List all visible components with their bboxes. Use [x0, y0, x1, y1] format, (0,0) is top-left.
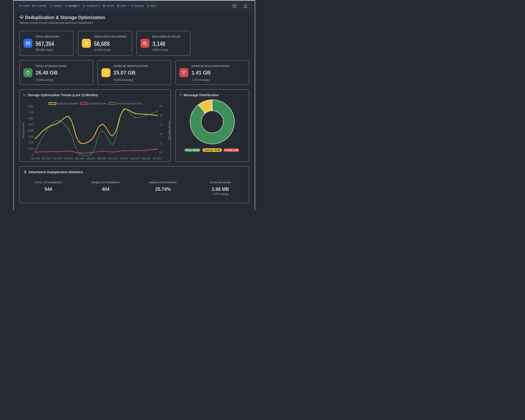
- nav-item-label-box: analytics: [54, 4, 62, 8]
- attachment-stat-value-text: 404: [102, 186, 110, 192]
- globe-icon: [103, 4, 106, 7]
- svg-text:Oct 2025: Oct 2025: [153, 157, 161, 160]
- svg-text:3.0: 3.0: [159, 114, 162, 117]
- distribution-badge-duplicates: Duplicates: 58,688: [203, 148, 222, 152]
- legend-swatch: [109, 102, 116, 105]
- people-icon: [117, 4, 120, 8]
- badge-text: Duplicates: 58,688: [204, 149, 220, 151]
- top-navbar: health accounting analytics storage comp…: [16, 1, 253, 11]
- stat-card-total-storage-saved: TOTAL STORAGE SAVED 26.48 GB 10.59% savi…: [19, 60, 93, 85]
- stat-value-text: 26.48 GB: [36, 69, 57, 76]
- nav-item-label-box: compliance: [86, 4, 98, 8]
- nav-item-label: accounting: [36, 4, 47, 8]
- logout-button[interactable]: [243, 1, 248, 11]
- svg-text:Apr 2025: Apr 2025: [86, 157, 95, 160]
- nav-item-compliance[interactable]: compliance: [82, 1, 101, 11]
- attachment-stat-value: 2.68 MB: [192, 186, 249, 192]
- stat-sub-text: 10.59% savings: [36, 78, 54, 82]
- attachment-stat-label: DEDUPLICATION RATE: [134, 181, 192, 184]
- attachment-stats-card: Attachment Deduplication Statistics TOTA…: [19, 166, 249, 203]
- nav-item-label: analytics: [54, 4, 62, 8]
- arrow-repeat-icon: [101, 68, 110, 77]
- attachment-stat-value-text: 2.68 MB: [212, 186, 229, 192]
- funnel-icon: [179, 68, 188, 77]
- svg-text:2.0: 2.0: [159, 132, 162, 135]
- stat-value: 567,354: [36, 40, 59, 48]
- stat-sub: 58,688 messages: [113, 78, 137, 82]
- door-open-icon: [243, 3, 248, 8]
- stat-sub-text: 10.34% of total: [94, 48, 111, 52]
- nav-item-label-box: branding: [135, 4, 143, 8]
- journal-text-icon: [147, 5, 149, 7]
- nav-item-users[interactable]: users: [117, 1, 129, 11]
- svg-text:3,000: 3,000: [28, 135, 33, 138]
- window-frame-left: [13, 0, 14, 210]
- heart-pulse-icon: [19, 4, 22, 7]
- svg-text:Aug 2025: Aug 2025: [130, 157, 140, 160]
- stat-value: 26.48 GB: [36, 69, 58, 76]
- nav-item-label: health: [23, 4, 29, 8]
- trends-chart-card: Storage Optimization Trends (Last 12 Mon…: [19, 90, 171, 162]
- stat-sub: 0.55% of total: [152, 48, 170, 52]
- svg-text:Jun 2025: Jun 2025: [108, 157, 117, 160]
- attachment-card-title-text: Attachment Deduplication Statistics: [28, 170, 83, 174]
- trends-line-chart[interactable]: 01,0002,0003,0004,0005,0006,0007,0008,00…: [19, 90, 171, 162]
- stat-card-saved-by-deduplication: SAVED BY DEDUPLICATION 25.07 GB 58,688 m…: [98, 60, 171, 85]
- copy-icon: [82, 39, 91, 48]
- nav-item-label-box: users: [121, 4, 126, 8]
- nav-item-accounting[interactable]: accounting: [32, 1, 47, 11]
- svg-text:6,000: 6,000: [28, 117, 33, 120]
- stat-value-text: 25.07 GB: [113, 69, 135, 76]
- attachment-stat-value: 404: [77, 186, 134, 192]
- stat-value-text: 1.41 GB: [191, 69, 211, 76]
- nav-item-policy[interactable]: policy: [147, 1, 156, 11]
- stat-sub: 10.59% savings: [36, 78, 56, 82]
- legend-label: Excluded by Rules: [89, 102, 112, 105]
- legend-label: Duplicates Discarded: [57, 102, 84, 105]
- svg-text:Nov 2024: Nov 2024: [31, 157, 40, 160]
- settings-button[interactable]: [232, 1, 237, 11]
- page-title-text: Deduplication & Storage Optimization: [25, 14, 105, 21]
- nav-item-health[interactable]: health: [19, 1, 29, 11]
- stat-sub-text: 508,666 unique: [36, 48, 53, 52]
- svg-text:Feb 2025: Feb 2025: [64, 157, 73, 160]
- badge-text: Excluded: 3,146: [224, 149, 238, 151]
- caret-down-icon: [99, 6, 101, 7]
- nav-item-label: policy: [150, 4, 156, 8]
- svg-text:1.0: 1.0: [159, 151, 162, 154]
- stat-label: SAVED BY DEDUPLICATION: [113, 65, 148, 68]
- nav-item-label-box: storage: [69, 4, 77, 8]
- stat-value: 1.41 GB: [191, 69, 211, 76]
- nav-item-label-box: accounting: [36, 4, 47, 8]
- stat-sub-text: 58,688 messages: [113, 78, 133, 82]
- stat-value: 3,146: [152, 40, 169, 48]
- svg-text:Dec 2024: Dec 2024: [42, 157, 51, 160]
- nav-item-label: compliance: [86, 4, 98, 8]
- svg-text:4,000: 4,000: [28, 129, 33, 132]
- nav-item-storage[interactable]: storage: [65, 1, 80, 11]
- attachment-stat-label: STORAGE SAVED: [192, 181, 249, 184]
- attachment-stat-value-text: 25.74%: [155, 186, 171, 192]
- svg-text:0: 0: [32, 153, 33, 156]
- table-icon: [32, 5, 35, 7]
- page-title: Deduplication & Storage Optimization: [25, 14, 109, 21]
- attachment-stat-sub-text: 7.42% savings: [212, 192, 229, 196]
- nav-item-label-box: health: [23, 4, 29, 8]
- nav-item-domain[interactable]: domain: [103, 1, 114, 11]
- svg-text:Mar 2025: Mar 2025: [75, 157, 84, 160]
- svg-text:7,000: 7,000: [28, 111, 33, 114]
- stat-value-text: 567,354: [36, 40, 54, 48]
- stat-label: DUPLICATES DISCARDED: [94, 35, 126, 38]
- caret-down-icon: [127, 6, 129, 7]
- nav-item-analytics[interactable]: analytics: [50, 1, 62, 11]
- nav-item-branding[interactable]: branding: [131, 1, 143, 11]
- stat-value: 25.07 GB: [113, 69, 136, 76]
- shield-check-icon: [82, 4, 85, 7]
- envelope-icon: [23, 39, 32, 48]
- stat-sub: 10.34% of total: [94, 48, 113, 52]
- attachment-stat-sub: 7.42% savings: [192, 192, 249, 196]
- svg-text:Storage Saved (GB): Storage Saved (GB): [168, 121, 171, 140]
- stat-label: EXCLUDED BY RULES: [152, 35, 180, 38]
- caret-down-icon: [78, 6, 80, 7]
- stat-value-text: 58,688: [94, 40, 110, 48]
